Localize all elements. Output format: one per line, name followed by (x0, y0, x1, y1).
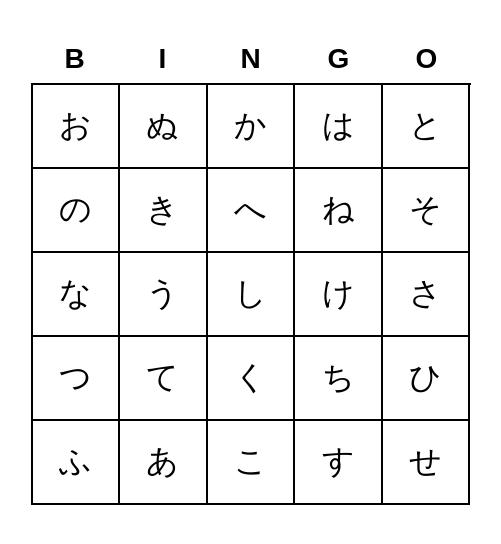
bingo-row: おぬかはと (33, 85, 471, 169)
bingo-cell: は (295, 85, 383, 169)
header-letter: B (31, 39, 119, 79)
bingo-cell: て (120, 337, 208, 421)
bingo-cell: き (120, 169, 208, 253)
bingo-cell: ふ (33, 421, 121, 505)
bingo-cell: し (208, 253, 296, 337)
bingo-cell: か (208, 85, 296, 169)
bingo-cell: つ (33, 337, 121, 421)
header-letter: I (119, 39, 207, 79)
bingo-row: ふあこすせ (33, 421, 471, 505)
bingo-cell: ぬ (120, 85, 208, 169)
header-letter: N (207, 39, 295, 79)
bingo-cell: と (383, 85, 471, 169)
bingo-cell: さ (383, 253, 471, 337)
bingo-cell: ひ (383, 337, 471, 421)
bingo-cell: の (33, 169, 121, 253)
header-letter: G (295, 39, 383, 79)
bingo-row: なうしけさ (33, 253, 471, 337)
bingo-row: のきへねそ (33, 169, 471, 253)
bingo-cell: そ (383, 169, 471, 253)
bingo-cell: ち (295, 337, 383, 421)
bingo-cell: す (295, 421, 383, 505)
bingo-cell: く (208, 337, 296, 421)
bingo-cell: こ (208, 421, 296, 505)
bingo-cell: う (120, 253, 208, 337)
bingo-cell: せ (383, 421, 471, 505)
bingo-cell: あ (120, 421, 208, 505)
bingo-cell: な (33, 253, 121, 337)
bingo-card: BINGO おぬかはとのきへねそなうしけさつてくちひふあこすせ (31, 39, 471, 505)
bingo-grid: おぬかはとのきへねそなうしけさつてくちひふあこすせ (31, 83, 471, 505)
bingo-row: つてくちひ (33, 337, 471, 421)
bingo-header: BINGO (31, 39, 471, 79)
bingo-cell: け (295, 253, 383, 337)
bingo-cell: ね (295, 169, 383, 253)
bingo-cell: お (33, 85, 121, 169)
bingo-cell: へ (208, 169, 296, 253)
header-letter: O (383, 39, 471, 79)
